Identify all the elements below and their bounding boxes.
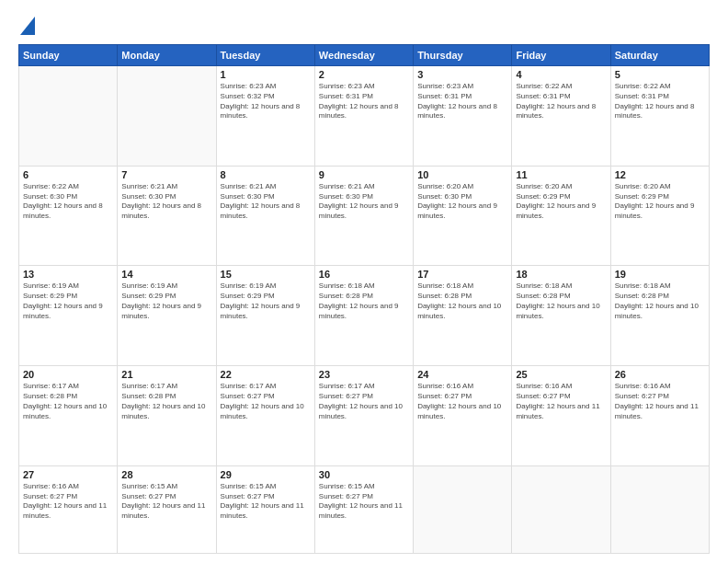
day-info: Sunrise: 6:15 AM Sunset: 6:27 PM Dayligh… bbox=[319, 482, 409, 522]
day-number: 8 bbox=[221, 169, 311, 180]
calendar-cell: 16Sunrise: 6:18 AM Sunset: 6:28 PM Dayli… bbox=[314, 266, 413, 366]
day-number: 18 bbox=[516, 269, 606, 280]
calendar-cell: 22Sunrise: 6:17 AM Sunset: 6:27 PM Dayli… bbox=[216, 366, 314, 466]
day-info: Sunrise: 6:17 AM Sunset: 6:28 PM Dayligh… bbox=[121, 382, 211, 421]
day-info: Sunrise: 6:21 AM Sunset: 6:30 PM Dayligh… bbox=[121, 182, 211, 222]
day-info: Sunrise: 6:22 AM Sunset: 6:31 PM Dayligh… bbox=[516, 82, 606, 121]
weekday-header-tuesday: Tuesday bbox=[216, 45, 314, 66]
day-number: 22 bbox=[221, 369, 311, 380]
week-row-5: 27Sunrise: 6:16 AM Sunset: 6:27 PM Dayli… bbox=[19, 465, 710, 553]
calendar-cell bbox=[118, 66, 216, 167]
calendar-cell bbox=[512, 465, 610, 553]
day-info: Sunrise: 6:18 AM Sunset: 6:28 PM Dayligh… bbox=[516, 282, 606, 321]
day-info: Sunrise: 6:17 AM Sunset: 6:28 PM Dayligh… bbox=[23, 382, 113, 421]
day-number: 4 bbox=[516, 69, 606, 80]
day-info: Sunrise: 6:16 AM Sunset: 6:27 PM Dayligh… bbox=[23, 482, 113, 522]
day-info: Sunrise: 6:21 AM Sunset: 6:30 PM Dayligh… bbox=[319, 182, 409, 222]
calendar-cell bbox=[414, 465, 512, 553]
day-number: 15 bbox=[221, 269, 311, 280]
calendar-cell: 12Sunrise: 6:20 AM Sunset: 6:29 PM Dayli… bbox=[610, 166, 709, 266]
day-number: 6 bbox=[23, 169, 113, 180]
day-number: 12 bbox=[615, 169, 705, 180]
day-info: Sunrise: 6:16 AM Sunset: 6:27 PM Dayligh… bbox=[417, 382, 507, 421]
day-info: Sunrise: 6:19 AM Sunset: 6:29 PM Dayligh… bbox=[23, 282, 113, 321]
day-info: Sunrise: 6:23 AM Sunset: 6:31 PM Dayligh… bbox=[319, 82, 409, 121]
calendar-cell bbox=[610, 465, 709, 553]
weekday-header-thursday: Thursday bbox=[414, 45, 512, 66]
calendar-cell: 24Sunrise: 6:16 AM Sunset: 6:27 PM Dayli… bbox=[414, 366, 512, 466]
day-number: 23 bbox=[319, 369, 409, 380]
calendar-cell: 17Sunrise: 6:18 AM Sunset: 6:28 PM Dayli… bbox=[414, 266, 512, 366]
calendar-cell: 28Sunrise: 6:15 AM Sunset: 6:27 PM Dayli… bbox=[118, 465, 216, 553]
day-info: Sunrise: 6:16 AM Sunset: 6:27 PM Dayligh… bbox=[615, 382, 705, 421]
weekday-header-sunday: Sunday bbox=[19, 45, 118, 66]
day-info: Sunrise: 6:18 AM Sunset: 6:28 PM Dayligh… bbox=[319, 282, 409, 321]
day-info: Sunrise: 6:16 AM Sunset: 6:27 PM Dayligh… bbox=[516, 382, 606, 421]
day-info: Sunrise: 6:23 AM Sunset: 6:32 PM Dayligh… bbox=[221, 82, 311, 121]
day-info: Sunrise: 6:23 AM Sunset: 6:31 PM Dayligh… bbox=[417, 82, 507, 121]
day-number: 1 bbox=[221, 69, 311, 80]
day-info: Sunrise: 6:20 AM Sunset: 6:29 PM Dayligh… bbox=[516, 182, 606, 222]
week-row-3: 13Sunrise: 6:19 AM Sunset: 6:29 PM Dayli… bbox=[19, 266, 710, 366]
day-info: Sunrise: 6:15 AM Sunset: 6:27 PM Dayligh… bbox=[121, 482, 211, 522]
day-info: Sunrise: 6:22 AM Sunset: 6:31 PM Dayligh… bbox=[615, 82, 705, 121]
calendar-cell: 18Sunrise: 6:18 AM Sunset: 6:28 PM Dayli… bbox=[512, 266, 610, 366]
day-info: Sunrise: 6:18 AM Sunset: 6:28 PM Dayligh… bbox=[417, 282, 507, 321]
calendar-cell: 15Sunrise: 6:19 AM Sunset: 6:29 PM Dayli… bbox=[216, 266, 314, 366]
day-info: Sunrise: 6:22 AM Sunset: 6:30 PM Dayligh… bbox=[23, 182, 113, 222]
day-number: 30 bbox=[319, 469, 409, 480]
day-number: 20 bbox=[23, 369, 113, 380]
day-number: 26 bbox=[615, 369, 705, 380]
weekday-header-row: SundayMondayTuesdayWednesdayThursdayFrid… bbox=[19, 45, 710, 66]
day-info: Sunrise: 6:19 AM Sunset: 6:29 PM Dayligh… bbox=[121, 282, 211, 321]
logo-text-area bbox=[18, 17, 35, 35]
day-number: 28 bbox=[121, 469, 211, 480]
weekday-header-monday: Monday bbox=[118, 45, 216, 66]
day-number: 11 bbox=[516, 169, 606, 180]
calendar-cell: 2Sunrise: 6:23 AM Sunset: 6:31 PM Daylig… bbox=[314, 66, 413, 167]
day-number: 5 bbox=[615, 69, 705, 80]
day-number: 19 bbox=[615, 269, 705, 280]
calendar-table: SundayMondayTuesdayWednesdayThursdayFrid… bbox=[18, 44, 710, 554]
day-number: 29 bbox=[221, 469, 311, 480]
day-info: Sunrise: 6:17 AM Sunset: 6:27 PM Dayligh… bbox=[319, 382, 409, 421]
day-info: Sunrise: 6:20 AM Sunset: 6:30 PM Dayligh… bbox=[417, 182, 507, 222]
day-number: 9 bbox=[319, 169, 409, 180]
day-number: 13 bbox=[23, 269, 113, 280]
day-number: 2 bbox=[319, 69, 409, 80]
header bbox=[18, 17, 710, 35]
day-info: Sunrise: 6:17 AM Sunset: 6:27 PM Dayligh… bbox=[221, 382, 311, 421]
calendar-cell: 4Sunrise: 6:22 AM Sunset: 6:31 PM Daylig… bbox=[512, 66, 610, 167]
calendar-cell: 19Sunrise: 6:18 AM Sunset: 6:28 PM Dayli… bbox=[610, 266, 709, 366]
week-row-4: 20Sunrise: 6:17 AM Sunset: 6:28 PM Dayli… bbox=[19, 366, 710, 466]
weekday-header-saturday: Saturday bbox=[610, 45, 709, 66]
calendar-cell: 14Sunrise: 6:19 AM Sunset: 6:29 PM Dayli… bbox=[118, 266, 216, 366]
calendar-cell bbox=[19, 66, 118, 167]
calendar-cell: 9Sunrise: 6:21 AM Sunset: 6:30 PM Daylig… bbox=[314, 166, 413, 266]
calendar-cell: 27Sunrise: 6:16 AM Sunset: 6:27 PM Dayli… bbox=[19, 465, 118, 553]
calendar-cell: 29Sunrise: 6:15 AM Sunset: 6:27 PM Dayli… bbox=[216, 465, 314, 553]
calendar-cell: 5Sunrise: 6:22 AM Sunset: 6:31 PM Daylig… bbox=[610, 66, 709, 167]
calendar-cell: 8Sunrise: 6:21 AM Sunset: 6:30 PM Daylig… bbox=[216, 166, 314, 266]
weekday-header-friday: Friday bbox=[512, 45, 610, 66]
calendar-cell: 23Sunrise: 6:17 AM Sunset: 6:27 PM Dayli… bbox=[314, 366, 413, 466]
calendar-cell: 7Sunrise: 6:21 AM Sunset: 6:30 PM Daylig… bbox=[118, 166, 216, 266]
day-info: Sunrise: 6:15 AM Sunset: 6:27 PM Dayligh… bbox=[221, 482, 311, 522]
day-number: 17 bbox=[417, 269, 507, 280]
day-number: 10 bbox=[417, 169, 507, 180]
day-number: 14 bbox=[121, 269, 211, 280]
calendar-cell: 20Sunrise: 6:17 AM Sunset: 6:28 PM Dayli… bbox=[19, 366, 118, 466]
day-number: 7 bbox=[121, 169, 211, 180]
logo bbox=[18, 17, 35, 35]
svg-marker-0 bbox=[20, 17, 35, 35]
calendar-cell: 1Sunrise: 6:23 AM Sunset: 6:32 PM Daylig… bbox=[216, 66, 314, 167]
day-info: Sunrise: 6:20 AM Sunset: 6:29 PM Dayligh… bbox=[615, 182, 705, 222]
calendar-cell: 10Sunrise: 6:20 AM Sunset: 6:30 PM Dayli… bbox=[414, 166, 512, 266]
week-row-2: 6Sunrise: 6:22 AM Sunset: 6:30 PM Daylig… bbox=[19, 166, 710, 266]
calendar-cell: 11Sunrise: 6:20 AM Sunset: 6:29 PM Dayli… bbox=[512, 166, 610, 266]
calendar-cell: 13Sunrise: 6:19 AM Sunset: 6:29 PM Dayli… bbox=[19, 266, 118, 366]
calendar-cell: 26Sunrise: 6:16 AM Sunset: 6:27 PM Dayli… bbox=[610, 366, 709, 466]
day-info: Sunrise: 6:18 AM Sunset: 6:28 PM Dayligh… bbox=[615, 282, 705, 321]
calendar-cell: 25Sunrise: 6:16 AM Sunset: 6:27 PM Dayli… bbox=[512, 366, 610, 466]
page: SundayMondayTuesdayWednesdayThursdayFrid… bbox=[0, 0, 728, 563]
